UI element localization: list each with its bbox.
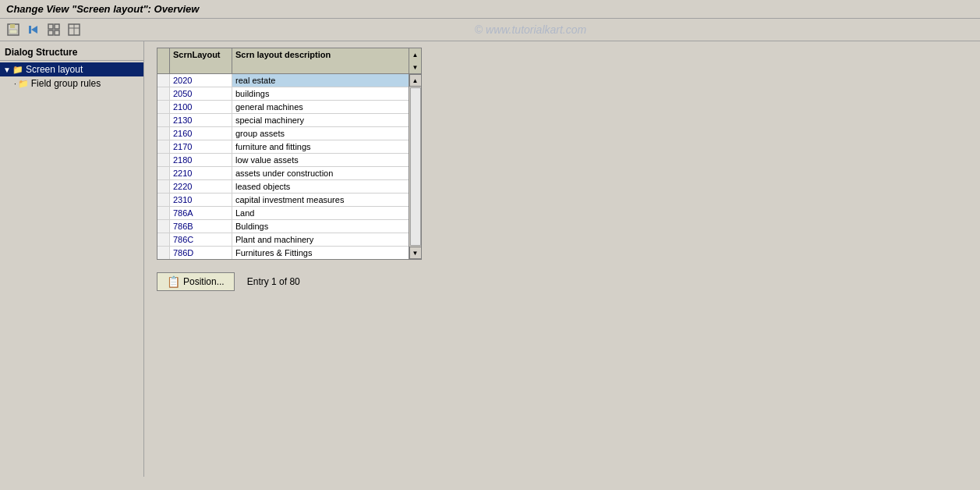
cell-scrnlayout-1: 2020 bbox=[170, 74, 232, 87]
cell-description-2: buildings bbox=[232, 87, 409, 100]
table-row[interactable]: 2180 low value assets bbox=[157, 154, 409, 167]
scroll-up-btn[interactable]: ▲ bbox=[409, 48, 421, 61]
cell-description-8: assets under construction bbox=[232, 167, 409, 179]
cell-description-4: special machinery bbox=[232, 114, 409, 126]
toolbar: © www.tutorialkart.com bbox=[0, 19, 980, 41]
content-area: ScrnLayout Scrn layout description ▲ ▼ 2… bbox=[144, 41, 980, 477]
sidebar: Dialog Structure ▼ 📁 Screen layout · 📁 F… bbox=[0, 41, 144, 477]
cell-description-13: Plant and machinery bbox=[232, 233, 409, 246]
row-select-5 bbox=[157, 127, 170, 140]
table-row[interactable]: 786D Furnitures & Fittings bbox=[157, 247, 409, 259]
row-select-13 bbox=[157, 233, 170, 246]
cell-scrnlayout-3: 2100 bbox=[170, 101, 232, 113]
grid-icon[interactable] bbox=[45, 21, 62, 38]
row-select-11 bbox=[157, 207, 170, 219]
cell-scrnlayout-7: 2180 bbox=[170, 154, 232, 166]
cell-scrnlayout-14: 786D bbox=[170, 247, 232, 259]
scroll-top-btn[interactable]: ▲ bbox=[409, 74, 422, 87]
cell-description-12: Buldings bbox=[232, 220, 409, 233]
bottom-area: 📋 Position... Entry 1 of 80 bbox=[157, 272, 968, 291]
sidebar-subitem-label: Field group rules bbox=[31, 78, 101, 89]
svg-rect-5 bbox=[48, 24, 53, 29]
cell-scrnlayout-5: 2160 bbox=[170, 127, 232, 140]
scroll-track bbox=[410, 87, 421, 246]
col-header-scrnlayout: ScrnLayout bbox=[170, 48, 232, 73]
folder-icon: 📁 bbox=[12, 65, 23, 75]
row-select-12 bbox=[157, 220, 170, 233]
sidebar-item-field-group-rules[interactable]: · 📁 Field group rules bbox=[0, 76, 143, 91]
table-row[interactable]: 2050 buildings bbox=[157, 87, 409, 101]
cell-scrnlayout-12: 786B bbox=[170, 220, 232, 233]
cell-scrnlayout-9: 2220 bbox=[170, 180, 232, 193]
sidebar-item-screen-layout[interactable]: ▼ 📁 Screen layout bbox=[0, 62, 143, 76]
table-row[interactable]: 2130 special machinery bbox=[157, 114, 409, 127]
cell-description-9: leased objects bbox=[232, 180, 409, 193]
sidebar-title: Dialog Structure bbox=[0, 44, 143, 61]
row-select-4 bbox=[157, 114, 170, 126]
sidebar-item-label: Screen layout bbox=[26, 64, 83, 75]
save-icon[interactable] bbox=[5, 21, 22, 38]
table-row[interactable]: 2220 leased objects bbox=[157, 180, 409, 194]
cell-description-14: Furnitures & Fittings bbox=[232, 247, 409, 259]
svg-rect-6 bbox=[55, 24, 59, 29]
cell-scrnlayout-13: 786C bbox=[170, 233, 232, 246]
table-rows: 2020 real estate 2050 buildings 2100 gen… bbox=[157, 74, 409, 259]
cell-description-10: capital investment measures bbox=[232, 194, 409, 206]
table-row[interactable]: 2310 capital investment measures bbox=[157, 194, 409, 207]
scroll-down-btn[interactable]: ▼ bbox=[409, 61, 421, 73]
cell-scrnlayout-2: 2050 bbox=[170, 87, 232, 100]
cell-description-7: low value assets bbox=[232, 154, 409, 166]
table-body: 2020 real estate 2050 buildings 2100 gen… bbox=[157, 74, 421, 259]
entry-info: Entry 1 of 80 bbox=[247, 276, 300, 287]
position-button[interactable]: 📋 Position... bbox=[157, 272, 235, 291]
table-row[interactable]: 2210 assets under construction bbox=[157, 167, 409, 180]
col-header-description: Scrn layout description bbox=[232, 48, 409, 73]
svg-marker-3 bbox=[31, 26, 37, 34]
table-row[interactable]: 2020 real estate bbox=[157, 74, 409, 87]
row-select-1 bbox=[157, 74, 170, 87]
subfolder-icon: 📁 bbox=[18, 79, 29, 89]
svg-rect-1 bbox=[10, 24, 15, 28]
table-row[interactable]: 786B Buldings bbox=[157, 220, 409, 233]
cell-scrnlayout-4: 2130 bbox=[170, 114, 232, 126]
cell-scrnlayout-6: 2170 bbox=[170, 140, 232, 153]
watermark: © www.tutorialkart.com bbox=[86, 23, 975, 36]
cell-description-5: group assets bbox=[232, 127, 409, 140]
vertical-scrollbar[interactable]: ▲ ▼ bbox=[409, 74, 421, 259]
cell-scrnlayout-10: 2310 bbox=[170, 194, 232, 206]
table-row[interactable]: 2100 general machines bbox=[157, 101, 409, 114]
row-select-7 bbox=[157, 154, 170, 166]
svg-rect-4 bbox=[29, 26, 31, 34]
position-icon: 📋 bbox=[167, 275, 180, 288]
back-icon[interactable] bbox=[25, 21, 42, 38]
row-select-14 bbox=[157, 247, 170, 259]
table-row[interactable]: 2170 furniture and fittings bbox=[157, 140, 409, 154]
table-row[interactable]: 2160 group assets bbox=[157, 127, 409, 140]
table-row[interactable]: 786C Plant and machinery bbox=[157, 233, 409, 247]
row-select-8 bbox=[157, 167, 170, 179]
header-select-col bbox=[157, 48, 170, 73]
title-bar: Change View "Screen layout": Overview bbox=[0, 0, 980, 19]
svg-rect-8 bbox=[55, 30, 59, 35]
cell-description-11: Land bbox=[232, 207, 409, 219]
cell-scrnlayout-8: 2210 bbox=[170, 167, 232, 179]
table-row[interactable]: 786A Land bbox=[157, 207, 409, 220]
row-select-3 bbox=[157, 101, 170, 113]
row-select-6 bbox=[157, 140, 170, 153]
table-icon[interactable] bbox=[65, 21, 83, 38]
position-button-label: Position... bbox=[183, 276, 225, 287]
data-table: ScrnLayout Scrn layout description ▲ ▼ 2… bbox=[157, 48, 422, 260]
scroll-bottom-btn[interactable]: ▼ bbox=[409, 247, 422, 259]
row-select-10 bbox=[157, 194, 170, 206]
svg-rect-2 bbox=[9, 30, 17, 34]
expand-arrow: ▼ bbox=[3, 66, 11, 74]
main-layout: Dialog Structure ▼ 📁 Screen layout · 📁 F… bbox=[0, 41, 980, 477]
svg-rect-7 bbox=[48, 30, 53, 35]
row-select-9 bbox=[157, 180, 170, 193]
dot-arrow: · bbox=[14, 80, 16, 88]
cell-description-3: general machines bbox=[232, 101, 409, 113]
row-select-2 bbox=[157, 87, 170, 100]
cell-description-6: furniture and fittings bbox=[232, 140, 409, 153]
page-title: Change View "Screen layout": Overview bbox=[6, 3, 199, 15]
cell-description-1: real estate bbox=[232, 74, 409, 87]
